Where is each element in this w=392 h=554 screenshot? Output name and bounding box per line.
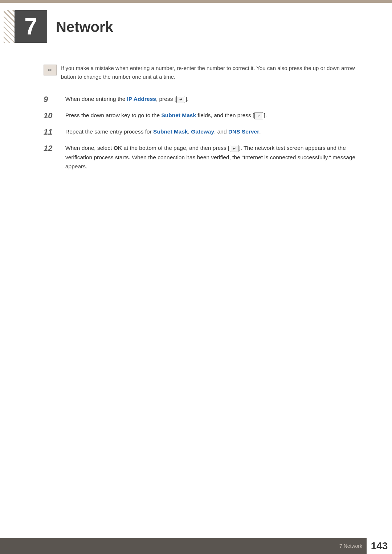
enter-key-10: ↵ (254, 112, 263, 119)
chapter-title: Network (56, 19, 113, 35)
highlight-ip-address: IP Address (127, 96, 156, 102)
highlight-gateway: Gateway (191, 128, 214, 135)
chapter-number: 7 (24, 15, 37, 38)
note-icon (44, 65, 57, 75)
step-number-11: 11 (44, 127, 65, 137)
footer-bar: 7 Network 143 (0, 538, 392, 554)
step-content-10: Press the down arrow key to go to the Su… (65, 111, 267, 120)
footer-label: 7 Network (339, 543, 362, 549)
step-content-11: Repeat the same entry process for Subnet… (65, 127, 261, 136)
highlight-dns-server: DNS Server (228, 128, 259, 135)
note-box: If you make a mistake when entering a nu… (44, 61, 363, 84)
step-9: 9 When done entering the IP Address, pre… (44, 94, 363, 104)
footer-page-number-block: 143 (367, 538, 392, 554)
step-number-9: 9 (44, 94, 65, 104)
step-10: 10 Press the down arrow key to go to the… (44, 111, 363, 120)
step-12: 12 When done, select OK at the bottom of… (44, 143, 363, 171)
step-content-12: When done, select OK at the bottom of th… (65, 143, 363, 171)
enter-key-9: ↵ (176, 96, 185, 103)
highlight-ok: OK (114, 145, 122, 151)
step-number-10: 10 (44, 111, 65, 120)
highlight-subnet-mask-10: Subnet Mask (162, 112, 196, 118)
enter-key-12: ↵ (230, 145, 238, 152)
chapter-header: 7 Network (0, 0, 392, 54)
step-number-12: 12 (44, 143, 65, 153)
note-text: If you make a mistake when entering a nu… (61, 64, 363, 81)
content-area: If you make a mistake when entering a nu… (0, 54, 392, 207)
chapter-number-block: 7 (15, 10, 47, 43)
step-11: 11 Repeat the same entry process for Sub… (44, 127, 363, 137)
step-content-9: When done entering the IP Address, press… (65, 94, 189, 104)
highlight-subnet-mask-11: Subnet Mask (153, 128, 188, 135)
footer-page-number: 143 (371, 540, 388, 552)
